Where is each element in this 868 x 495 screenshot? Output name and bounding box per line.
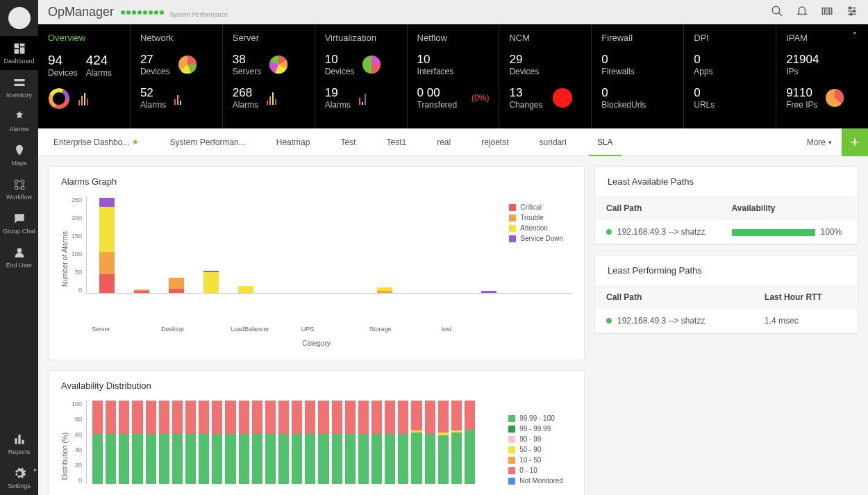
user-avatar[interactable]: [8, 7, 31, 29]
card-title: Alarms Graph: [49, 167, 584, 196]
sidebar-label: Reports: [8, 448, 31, 455]
tab-test1[interactable]: Test1: [371, 128, 422, 156]
table-row[interactable]: 192.168.49.3 --> shatzz 1.4 msec: [595, 309, 858, 333]
y-axis-label: Distribution (%): [61, 433, 69, 480]
mini-bars-icon: [78, 92, 88, 106]
content-area: Alarms Graph Critical Trouble Attention …: [38, 156, 868, 495]
nav-tab-firewall[interactable]: Firewall 0Firewalls 0BlockedUrls: [592, 24, 684, 128]
status-dots: [121, 10, 164, 15]
least-available-card: Least Available Paths Call PathAvailabil…: [594, 166, 858, 245]
nav-tab-ipam[interactable]: IPAM 21904IPs 9110Free IPs: [776, 24, 868, 128]
pie-icon: [178, 56, 197, 74]
topbar: OpManager System Performance: [38, 0, 868, 24]
sidebar-label: Settings: [8, 483, 31, 489]
availability-card: Availability Distribution 99.99 - 100 99…: [48, 370, 585, 495]
sidebar-item-workflow[interactable]: Workflow: [0, 172, 38, 206]
tab-more-dropdown[interactable]: More: [797, 137, 842, 147]
reports-icon: [12, 433, 26, 446]
caret-right-icon: ▸: [34, 467, 37, 473]
x-axis-label: Category: [61, 339, 571, 347]
nav-tab-network[interactable]: Network 27Devices 52Alarms: [131, 24, 223, 128]
tab-heatmap[interactable]: Heatmap: [261, 128, 326, 156]
pie-icon: [269, 56, 287, 74]
tab-system-perf[interactable]: System Performan...: [154, 128, 260, 156]
sidebar-label: Maps: [11, 160, 26, 167]
pie-icon: [362, 56, 381, 74]
sidebar-label: End User: [6, 262, 33, 269]
pie-icon: [826, 89, 844, 107]
card-title: Availability Distribution: [49, 371, 584, 401]
gear-icon: [12, 467, 26, 480]
tab-test[interactable]: Test: [325, 128, 371, 156]
dashboard-tabs: Enterprise Dashbo... System Performan...…: [38, 128, 868, 156]
search-icon[interactable]: [771, 5, 783, 20]
y-axis-ticks: 250200150100500: [72, 196, 86, 294]
svg-rect-2: [826, 8, 828, 14]
table-row[interactable]: 192.168.49.3 --> shatzz 100%: [595, 220, 858, 244]
nav-tab-server[interactable]: Server 38Servers 268Alarms: [223, 24, 315, 128]
tab-enterprise[interactable]: Enterprise Dashbo...: [38, 128, 154, 156]
brand-title: OpManager: [48, 5, 114, 19]
card-title: Least Available Paths: [595, 167, 858, 196]
dashboard-icon: [12, 42, 26, 56]
alarm-icon: [12, 110, 26, 124]
mini-bars-icon: [267, 91, 276, 105]
sidebar-label: Inventory: [6, 92, 32, 99]
svg-point-5: [853, 10, 856, 12]
progress-bar: [732, 229, 815, 236]
user-icon: [12, 246, 26, 260]
sidebar-item-maps[interactable]: Maps: [0, 138, 38, 172]
sidebar-item-reports[interactable]: Reports: [0, 427, 38, 461]
svg-point-0: [772, 6, 780, 14]
brand-sub: System Performance: [169, 11, 228, 18]
svg-rect-3: [830, 8, 832, 14]
sidebar-label: Group Chat: [3, 228, 35, 235]
tab-sla[interactable]: SLA: [582, 128, 628, 156]
x-axis-ticks: ServerDesktopLoadBalancerUPSStoragetest: [61, 326, 571, 333]
nav-tab-netflow[interactable]: Netflow 10Interfaces 0 00Transfered(0%): [408, 24, 500, 128]
sidebar-item-enduser[interactable]: End User: [0, 240, 38, 274]
sidebar-label: Dashboard: [3, 58, 34, 65]
sidebar-item-settings[interactable]: Settings ▸: [0, 461, 38, 495]
status-dot-icon: [606, 229, 612, 235]
chat-icon: [12, 212, 26, 226]
alarms-graph-card: Alarms Graph Critical Trouble Attention …: [48, 166, 585, 360]
y-axis-label: Number of Alarms: [61, 231, 69, 287]
alarms-plot-area: [86, 196, 571, 294]
tab-rejoetst[interactable]: rejoetst: [466, 128, 524, 156]
donut-icon: [48, 87, 70, 110]
sidebar-item-inventory[interactable]: Inventory: [0, 70, 38, 104]
svg-point-6: [850, 13, 852, 15]
svg-point-4: [849, 7, 851, 9]
mini-bars-icon: [359, 91, 366, 105]
nav-title: Overview: [48, 33, 120, 43]
circle-icon: [551, 87, 574, 109]
svg-point-14: [553, 88, 572, 108]
status-dot-icon: [606, 318, 612, 324]
sidebar-item-alarms[interactable]: Alarms: [0, 104, 38, 138]
workflow-icon: [12, 178, 26, 192]
tab-sundari[interactable]: sundari: [524, 128, 582, 156]
sidebar-label: Workflow: [6, 194, 32, 201]
nav-tab-dpi[interactable]: DPI 0Apps 0URLs: [684, 24, 776, 128]
card-title: Least Performing Paths: [595, 255, 858, 285]
bell-icon[interactable]: [796, 5, 808, 20]
sidebar-item-groupchat[interactable]: Group Chat: [0, 206, 38, 240]
y-axis-ticks: 100806040200: [72, 401, 86, 484]
add-tab-button[interactable]: +: [842, 128, 868, 156]
nav-tab-overview[interactable]: Overview 94Devices 424Alarms: [38, 24, 131, 128]
avail-plot-area: [86, 401, 475, 484]
svg-rect-1: [822, 8, 824, 14]
tab-real[interactable]: real: [422, 128, 466, 156]
map-pin-icon: [12, 144, 26, 158]
sidebar-item-dashboard[interactable]: Dashboard: [0, 36, 38, 70]
inventory-icon: [12, 76, 26, 90]
nav-tab-virtualization[interactable]: Virtualization 10Devices 19Alarms: [315, 24, 408, 128]
widget-icon[interactable]: [821, 5, 833, 20]
least-performing-card: Least Performing Paths Call PathLast Hou…: [594, 255, 858, 334]
sliders-icon[interactable]: [846, 5, 858, 20]
sidebar-label: Alarms: [9, 126, 28, 133]
mini-bars-icon: [174, 91, 181, 105]
sidebar: Dashboard Inventory Alarms Maps Workflow…: [0, 0, 38, 495]
nav-tab-ncm[interactable]: NCM 29Devices 13Changes: [499, 24, 592, 128]
